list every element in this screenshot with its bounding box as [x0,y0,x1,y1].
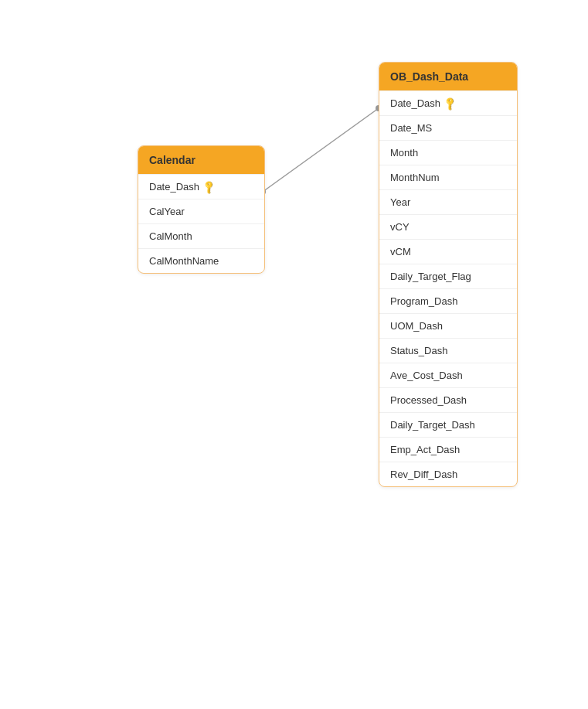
ob-vcm-label: vCM [390,246,411,257]
ob-uom-dash-label: UOM_Dash [390,320,443,332]
key-icon-ob: 🔑 [442,95,458,111]
ob-program-dash-label: Program_Dash [390,295,457,307]
ob-row-date-ms[interactable]: Date_MS [379,115,517,140]
ob-daily-target-flag-label: Daily_Target_Flag [390,271,471,282]
ob-processed-dash-label: Processed_Dash [390,394,467,406]
ob-year-label: Year [390,196,410,208]
ob-daily-target-dash-label: Daily_Target_Dash [390,419,475,431]
ob-dash-table-header: OB_Dash_Data [379,63,517,90]
ob-row-processed-dash[interactable]: Processed_Dash [379,387,517,412]
ob-row-daily-target-dash[interactable]: Daily_Target_Dash [379,412,517,437]
ob-row-emp-act-dash[interactable]: Emp_Act_Dash [379,437,517,462]
calendar-table: Calendar Date_Dash 🔑 CalYear CalMonth Ca… [138,145,265,274]
ob-row-program-dash[interactable]: Program_Dash [379,288,517,313]
ob-date-dash-label: Date_Dash [390,97,440,109]
ob-row-vcy[interactable]: vCY [379,214,517,239]
ob-row-status-dash[interactable]: Status_Dash [379,338,517,363]
svg-line-0 [263,108,379,192]
ob-row-date-dash[interactable]: Date_Dash 🔑 [379,90,517,115]
calendar-table-header: Calendar [138,146,264,174]
calendar-calmonthname-label: CalMonthName [149,255,219,267]
ob-emp-act-dash-label: Emp_Act_Dash [390,444,460,455]
ob-row-ave-cost-dash[interactable]: Ave_Cost_Dash [379,363,517,387]
ob-vcy-label: vCY [390,221,410,233]
ob-row-uom-dash[interactable]: UOM_Dash [379,313,517,338]
calendar-calyear-label: CalYear [149,206,185,217]
ob-rev-diff-dash-label: Rev_Diff_Dash [390,469,457,480]
ob-row-year[interactable]: Year [379,189,517,214]
ob-row-month[interactable]: Month [379,140,517,165]
ob-monthnum-label: MonthNum [390,172,440,183]
ob-dash-table: OB_Dash_Data Date_Dash 🔑 Date_MS Month M… [379,62,518,487]
ob-dash-table-title: OB_Dash_Data [390,70,468,83]
calendar-date-dash-label: Date_Dash [149,181,199,193]
ob-month-label: Month [390,147,418,159]
ob-ave-cost-dash-label: Ave_Cost_Dash [390,370,463,381]
calendar-row-calmonthname[interactable]: CalMonthName [138,248,264,273]
ob-row-rev-diff-dash[interactable]: Rev_Diff_Dash [379,462,517,486]
ob-date-ms-label: Date_MS [390,122,432,134]
ob-row-vcm[interactable]: vCM [379,239,517,264]
key-icon-calendar: 🔑 [201,179,217,195]
calendar-row-calyear[interactable]: CalYear [138,199,264,223]
calendar-row-calmonth[interactable]: CalMonth [138,223,264,248]
calendar-calmonth-label: CalMonth [149,230,192,242]
calendar-row-date-dash[interactable]: Date_Dash 🔑 [138,174,264,199]
calendar-table-title: Calendar [149,154,195,166]
ob-row-daily-target-flag[interactable]: Daily_Target_Flag [379,264,517,288]
ob-row-monthnum[interactable]: MonthNum [379,165,517,189]
diagram-canvas: Calendar Date_Dash 🔑 CalYear CalMonth Ca… [0,0,588,709]
ob-status-dash-label: Status_Dash [390,345,447,356]
